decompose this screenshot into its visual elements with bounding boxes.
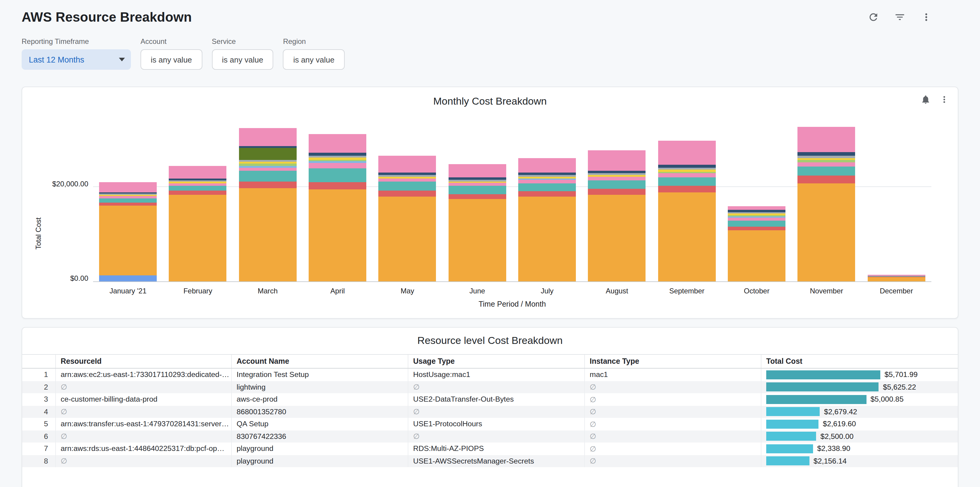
bar-segment[interactable] — [379, 179, 436, 182]
bar-segment[interactable] — [169, 184, 227, 186]
service-filter-button[interactable]: is any value — [212, 49, 273, 70]
bar-segment[interactable] — [379, 172, 436, 175]
bar-segment[interactable] — [169, 185, 227, 191]
bar-segment[interactable] — [309, 163, 366, 168]
bar-segment[interactable] — [239, 148, 297, 160]
bar-segment[interactable] — [798, 158, 855, 160]
bar-segment[interactable] — [518, 172, 576, 175]
bar-segment[interactable] — [449, 194, 506, 199]
filter-icon[interactable] — [894, 11, 905, 23]
table-row[interactable]: 5arn:aws:transfer:us-east-1:479370281431… — [22, 418, 958, 430]
bar-segment[interactable] — [588, 195, 646, 281]
stacked-bar[interactable] — [169, 166, 227, 281]
bar-segment[interactable] — [588, 177, 646, 180]
stacked-bar[interactable] — [99, 182, 157, 282]
bar-segment[interactable] — [518, 196, 576, 281]
timeframe-select[interactable]: Last 12 Months — [22, 49, 131, 70]
bar-segment[interactable] — [728, 227, 786, 231]
bar-segment[interactable] — [658, 186, 716, 192]
bar-segment[interactable] — [518, 184, 576, 192]
column-header-instance-type[interactable]: Instance Type — [585, 355, 761, 368]
bar-segment[interactable] — [169, 191, 227, 195]
stacked-bar[interactable] — [309, 134, 366, 281]
kebab-menu-icon[interactable] — [920, 11, 932, 23]
bar-segment[interactable] — [239, 128, 297, 146]
bar-segment[interactable] — [239, 188, 297, 281]
table-row[interactable]: 7arn:aws:rds:us-east-1:448640225317:db:p… — [22, 442, 958, 455]
bar-segment[interactable] — [728, 206, 786, 210]
bar-segment[interactable] — [658, 177, 716, 186]
bar-segment[interactable] — [728, 220, 786, 227]
bar-segment[interactable] — [309, 189, 366, 281]
bar-segment[interactable] — [798, 166, 855, 176]
bar-segment[interactable] — [449, 199, 506, 281]
bar-segment[interactable] — [728, 218, 786, 220]
bar-segment[interactable] — [309, 156, 366, 158]
bar-segment[interactable] — [309, 134, 366, 152]
stacked-bar[interactable] — [728, 206, 786, 281]
bar-segment[interactable] — [379, 156, 436, 172]
stacked-bar[interactable] — [379, 156, 436, 281]
bar-segment[interactable] — [379, 182, 436, 190]
stacked-bar[interactable] — [798, 127, 855, 281]
bar-segment[interactable] — [798, 127, 855, 152]
region-filter-button[interactable]: is any value — [283, 49, 345, 70]
stacked-bar[interactable] — [239, 128, 297, 281]
refresh-icon[interactable] — [867, 11, 879, 23]
chart-kebab-menu-icon[interactable] — [939, 94, 950, 107]
table-row[interactable]: 1arn:aws:ec2:us-east-1:733017110293:dedi… — [22, 369, 958, 381]
table-row[interactable]: 3ce-customer-billing-data-prodaws-ce-pro… — [22, 393, 958, 406]
bar-segment[interactable] — [379, 190, 436, 196]
bar-segment[interactable] — [99, 202, 157, 206]
alert-bell-icon[interactable] — [921, 94, 931, 107]
bar-segment[interactable] — [239, 171, 297, 182]
bar-segment[interactable] — [99, 206, 157, 275]
stacked-bar[interactable] — [518, 158, 576, 281]
bar-segment[interactable] — [518, 180, 576, 184]
bar-segment[interactable] — [239, 181, 297, 188]
bar-segment[interactable] — [449, 186, 506, 194]
column-header-resourceid[interactable]: ResourceId — [56, 355, 232, 368]
stacked-bar[interactable] — [588, 150, 646, 281]
bar-segment[interactable] — [518, 191, 576, 196]
bar-segment[interactable] — [449, 183, 506, 186]
bar-segment[interactable] — [798, 160, 855, 162]
bar-segment[interactable] — [588, 180, 646, 189]
bar-segment[interactable] — [309, 158, 366, 160]
bar-segment[interactable] — [798, 176, 855, 183]
account-filter-button[interactable]: is any value — [140, 49, 202, 70]
stacked-bar[interactable] — [449, 164, 506, 281]
bar-segment[interactable] — [309, 182, 366, 189]
bar-segment[interactable] — [449, 164, 506, 178]
bar-segment[interactable] — [658, 173, 716, 177]
bar-segment[interactable] — [798, 152, 855, 156]
bar-segment[interactable] — [99, 196, 157, 199]
bar-segment[interactable] — [588, 171, 646, 173]
table-row[interactable]: 4∅868001352780∅∅$2,679.42 — [22, 406, 958, 418]
bar-segment[interactable] — [868, 277, 925, 281]
bar-segment[interactable] — [658, 165, 716, 168]
bar-segment[interactable] — [239, 168, 297, 171]
bar-segment[interactable] — [99, 199, 157, 203]
bar-segment[interactable] — [658, 192, 716, 281]
bar-segment[interactable] — [379, 196, 436, 281]
bar-segment[interactable] — [309, 153, 366, 156]
bar-segment[interactable] — [728, 230, 786, 281]
stacked-bar[interactable] — [658, 141, 716, 281]
column-header-usage-type[interactable]: Usage Type — [408, 355, 585, 368]
bar-segment[interactable] — [449, 178, 506, 180]
bar-segment[interactable] — [169, 195, 227, 281]
table-row[interactable]: 8∅playgroundUSE1-AWSSecretsManager-Secre… — [22, 455, 958, 467]
bar-segment[interactable] — [309, 168, 366, 182]
bar-segment[interactable] — [518, 158, 576, 172]
bar-segment[interactable] — [588, 150, 646, 171]
stacked-bar[interactable] — [868, 275, 925, 281]
column-header-total-cost[interactable]: Total Cost — [761, 355, 958, 368]
bar-segment[interactable] — [658, 141, 716, 165]
column-header-account-name[interactable]: Account Name — [232, 355, 408, 368]
bar-segment[interactable] — [798, 156, 855, 158]
bar-segment[interactable] — [728, 210, 786, 212]
bar-segment[interactable] — [798, 162, 855, 166]
bar-segment[interactable] — [798, 183, 855, 281]
bar-segment[interactable] — [588, 189, 646, 195]
